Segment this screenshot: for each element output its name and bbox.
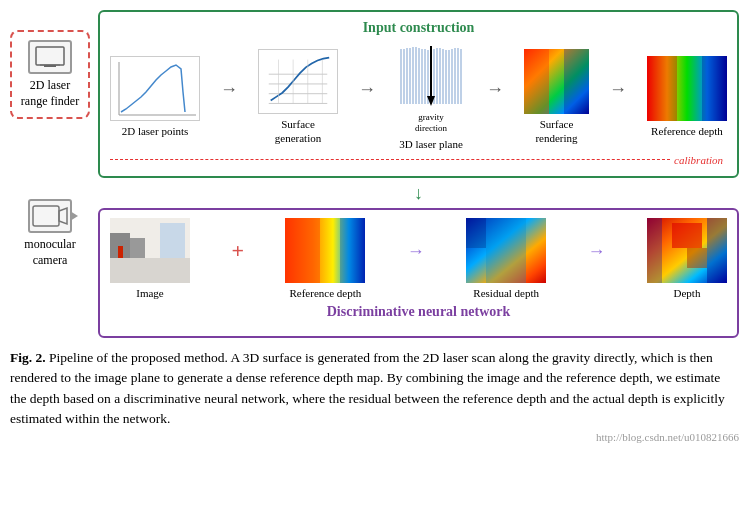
diagram-area: 2D laser range finder monocular camera	[10, 10, 739, 338]
camera-label: monocular camera	[10, 237, 90, 268]
surface-rendering-label: Surfacerendering	[535, 117, 577, 146]
calibration-row: calibration	[110, 154, 727, 166]
gravity-label: gravitydirection	[415, 112, 447, 134]
svg-rect-50	[160, 223, 185, 258]
dash-arrow-icon: →	[407, 241, 425, 278]
panels-wrapper: Input construction	[98, 10, 739, 338]
laser-plane-label: 3D laser plane	[399, 137, 463, 151]
image-block-wrapper: Image	[110, 218, 190, 300]
depth-label: Depth	[674, 286, 701, 300]
arrow-2: →	[358, 79, 376, 100]
svg-rect-55	[285, 218, 320, 283]
laser-plane-visual	[396, 44, 466, 109]
caption-text: Pipeline of the proposed method. A 3D su…	[10, 350, 725, 426]
top-panel-content: 2D laser points →	[110, 44, 727, 151]
arrow-gravity-wrapper: →	[358, 79, 376, 116]
surface-gen-visual	[258, 49, 338, 114]
watermark: http://blog.csdn.net/u010821666	[10, 431, 739, 443]
down-arrow-container: ↓	[98, 188, 739, 198]
laser-label: 2D laser range finder	[18, 78, 82, 109]
image-label: Image	[136, 286, 163, 300]
discriminative-nn-panel: Image +	[98, 208, 739, 338]
svg-rect-0	[36, 47, 64, 65]
arrow-1: →	[220, 79, 238, 116]
svg-rect-3	[33, 206, 59, 226]
calibration-label: calibration	[674, 154, 723, 166]
image-visual	[110, 218, 190, 283]
svg-rect-62	[687, 248, 707, 268]
svg-rect-64	[707, 218, 727, 283]
depth-block: Depth	[647, 218, 727, 300]
down-arrow-icon: ↓	[414, 184, 423, 202]
svg-rect-45	[647, 56, 677, 121]
laser-points-label: 2D laser points	[122, 124, 189, 138]
svg-rect-52	[130, 238, 145, 258]
svg-rect-56	[340, 218, 365, 283]
bottom-panel-content: Image +	[110, 218, 727, 300]
calibration-line	[110, 159, 670, 160]
svg-rect-58	[486, 218, 526, 283]
figure-caption: Fig. 2. Pipeline of the proposed method.…	[10, 348, 739, 429]
ref-depth-bottom-visual	[285, 218, 365, 283]
laser-points-block: 2D laser points	[110, 56, 200, 138]
left-devices: 2D laser range finder monocular camera	[10, 10, 90, 268]
svg-rect-49	[110, 258, 190, 283]
residual-depth-label: Residual depth	[473, 286, 539, 300]
depth-visual	[647, 218, 727, 283]
svg-rect-5	[111, 57, 200, 121]
svg-rect-42	[524, 49, 549, 114]
camera-icon	[28, 199, 72, 233]
camera-device: monocular camera	[10, 199, 90, 268]
laser-plane-block-wrapper: gravitydirection 3D laser plane	[396, 44, 466, 151]
svg-marker-4	[59, 208, 67, 224]
svg-rect-53	[118, 246, 123, 258]
laser-device: 2D laser range finder	[18, 40, 82, 109]
surface-gen-block-wrapper: Surfacegeneration	[258, 49, 338, 146]
svg-rect-61	[672, 223, 702, 248]
surface-rendering-visual	[524, 49, 589, 114]
ref-depth-top-block: Reference depth	[647, 56, 727, 138]
input-construction-panel: Input construction	[98, 10, 739, 178]
svg-rect-43	[564, 49, 589, 114]
svg-rect-63	[647, 218, 662, 283]
ref-depth-bottom-block: Reference depth	[285, 218, 365, 300]
arrow-to-depth: →	[588, 241, 606, 278]
laser-device-border: 2D laser range finder	[10, 30, 90, 119]
arrow-4: →	[609, 79, 627, 116]
surface-rendering-block: Surfacerendering	[524, 49, 589, 146]
residual-depth-visual	[466, 218, 546, 283]
discriminative-nn-title: Discriminative neural network	[110, 304, 727, 320]
ref-depth-top-label: Reference depth	[651, 124, 723, 138]
surface-gen-label: Surfacegeneration	[275, 117, 321, 146]
residual-depth-block: Residual depth	[466, 218, 546, 300]
caption-label: Fig. 2.	[10, 350, 46, 365]
figure-container: 2D laser range finder monocular camera	[10, 10, 739, 443]
ref-depth-top-visual	[647, 56, 727, 121]
laser-icon	[28, 40, 72, 74]
svg-rect-46	[702, 56, 727, 121]
input-construction-title: Input construction	[110, 20, 727, 36]
laser-chart	[110, 56, 200, 121]
plus-icon: +	[231, 238, 244, 280]
arrow-3: →	[486, 79, 504, 116]
svg-rect-59	[466, 218, 486, 248]
ref-depth-bottom-label: Reference depth	[289, 286, 361, 300]
